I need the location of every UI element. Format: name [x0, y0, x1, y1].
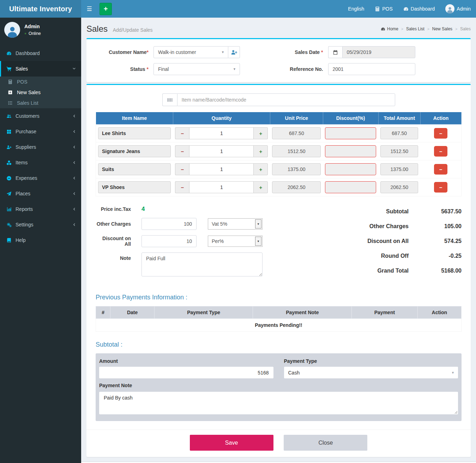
remove-item-button[interactable]: −: [434, 146, 447, 157]
sale-items-box: Item Name Quantity Unit Price Discount(%…: [86, 84, 471, 457]
chevron-left-icon: [72, 145, 76, 149]
minus-icon: −: [439, 130, 442, 136]
unit-price-input: [272, 181, 321, 193]
customer-name-label: Customer Name*: [86, 49, 153, 55]
nav-language-label: English: [348, 6, 364, 12]
sidebar-item-label: Sales: [16, 66, 72, 72]
remove-item-button[interactable]: −: [434, 164, 447, 175]
sidebar-item-sales-list[interactable]: Sales List: [0, 98, 81, 108]
sidebar-item-customers[interactable]: Customers: [0, 108, 81, 124]
status-select-value: Final: [158, 66, 169, 72]
save-button[interactable]: Save: [190, 435, 273, 451]
nav-pos-label: POS: [382, 6, 393, 12]
quantity-stepper: − +: [175, 163, 268, 175]
qty-input[interactable]: [189, 145, 254, 157]
qty-input[interactable]: [189, 127, 254, 139]
table-row: − + −: [96, 142, 462, 160]
sidebar-item-label: Items: [16, 160, 72, 165]
payment-note-label: Payment Note: [99, 383, 458, 388]
qty-increase-button[interactable]: +: [254, 181, 268, 193]
customer-select-value: Walk-in customer: [158, 49, 196, 55]
nav-language[interactable]: English: [343, 0, 369, 18]
caret-down-icon: ▼: [451, 371, 454, 374]
nav-pos[interactable]: POS: [369, 0, 398, 18]
quantity-stepper: − +: [175, 145, 268, 157]
caret-down-icon: ▼: [233, 67, 236, 71]
sidebar-item-items[interactable]: Items: [0, 155, 81, 170]
paper-plane-icon: [6, 191, 16, 196]
sidebar-item-new-sales[interactable]: New Sales: [0, 87, 81, 98]
page-footer: Copyright © 2019 All rights reserved. Ul…: [81, 462, 476, 463]
breadcrumb-label: Home: [387, 26, 398, 31]
qty-decrease-button[interactable]: −: [175, 145, 189, 157]
qty-input[interactable]: [189, 181, 254, 193]
discount-all-input[interactable]: [141, 235, 197, 247]
sidebar-item-label: Places: [16, 191, 72, 196]
app-brand[interactable]: Ultimate Inventory: [0, 0, 81, 18]
note-label: Note: [96, 252, 141, 261]
table-row: − + −: [96, 178, 462, 196]
calculator-icon: [375, 6, 380, 12]
round-off-label: Round Off: [345, 253, 409, 259]
qty-increase-button[interactable]: +: [254, 163, 268, 175]
discount-all-type-select[interactable]: Per% ▼: [208, 236, 263, 247]
payment-form-panel: Amount Payment Type Cash ▼ Payment N: [96, 353, 462, 421]
quick-add-button[interactable]: +: [100, 3, 112, 15]
home-gauge-icon: [381, 27, 385, 31]
breadcrumb-sales-list[interactable]: Sales List: [406, 26, 424, 31]
reference-input[interactable]: [328, 63, 415, 75]
sidebar-item-places[interactable]: Places: [0, 186, 81, 201]
breadcrumb-home[interactable]: Home: [381, 26, 398, 31]
sidebar-avatar: [4, 22, 20, 38]
discount-input[interactable]: [325, 127, 376, 139]
other-charges-input[interactable]: [141, 218, 197, 230]
sales-date-input[interactable]: [342, 46, 415, 58]
qty-increase-button[interactable]: +: [254, 127, 268, 139]
qty-increase-button[interactable]: +: [254, 145, 268, 157]
remove-item-button[interactable]: −: [434, 182, 447, 193]
add-customer-button[interactable]: [228, 46, 240, 58]
sidebar-item-expenses[interactable]: Expenses: [0, 170, 81, 186]
nav-dashboard[interactable]: Dashboard: [398, 0, 440, 18]
sidebar-item-help[interactable]: Help: [0, 232, 81, 248]
remove-item-button[interactable]: −: [434, 128, 447, 139]
sidebar-item-pos[interactable]: POS: [0, 77, 81, 87]
table-row: − + −: [96, 160, 462, 178]
sidebar-item-suppliers[interactable]: Suppliers: [0, 139, 81, 155]
status-select[interactable]: Final ▼: [153, 63, 240, 75]
minus-icon: −: [439, 166, 442, 172]
total-amount-input: [380, 163, 418, 175]
status-label: Status *: [86, 66, 153, 72]
note-textarea[interactable]: Paid Full: [141, 252, 263, 276]
other-charges-type-select[interactable]: Vat 5% ▼: [208, 218, 263, 230]
customer-select[interactable]: Walk-in customer ▼: [153, 46, 228, 58]
other-charges-total-value: 105.00: [409, 223, 462, 230]
close-button[interactable]: Close: [284, 435, 367, 451]
discount-input[interactable]: [325, 181, 376, 193]
qty-decrease-button[interactable]: −: [175, 127, 189, 139]
nav-user-menu[interactable]: Admin: [440, 0, 476, 18]
breadcrumb-new-sales[interactable]: New Sales: [432, 26, 452, 31]
discount-input[interactable]: [325, 145, 376, 157]
book-icon: [6, 238, 16, 243]
sidebar-item-reports[interactable]: Reports: [0, 201, 81, 217]
payment-note-textarea[interactable]: Paid By cash: [99, 392, 458, 414]
amount-input[interactable]: [99, 367, 273, 378]
qty-decrease-button[interactable]: −: [175, 181, 189, 193]
payment-type-select[interactable]: Cash ▼: [284, 367, 458, 378]
item-search-input[interactable]: [177, 93, 395, 106]
discount-input[interactable]: [325, 163, 376, 175]
qty-input[interactable]: [189, 163, 254, 175]
sidebar-item-sales[interactable]: Sales: [0, 61, 81, 77]
item-name-input: [98, 163, 171, 175]
sidebar-toggle-button[interactable]: ☰: [81, 0, 97, 18]
sidebar-item-label: Help: [16, 237, 76, 243]
discount-all-label: Discount on All: [96, 236, 141, 247]
col-header-payment-note: Payment Note: [253, 306, 352, 319]
sale-header-form: Customer Name* Walk-in customer ▼: [86, 38, 471, 82]
col-header-unit-price: Unit Price: [270, 112, 323, 124]
sidebar-item-settings[interactable]: Settings: [0, 217, 81, 232]
sidebar-item-purchase[interactable]: Purchase: [0, 124, 81, 139]
qty-decrease-button[interactable]: −: [175, 163, 189, 175]
sidebar-item-dashboard[interactable]: Dashboard: [0, 45, 81, 61]
